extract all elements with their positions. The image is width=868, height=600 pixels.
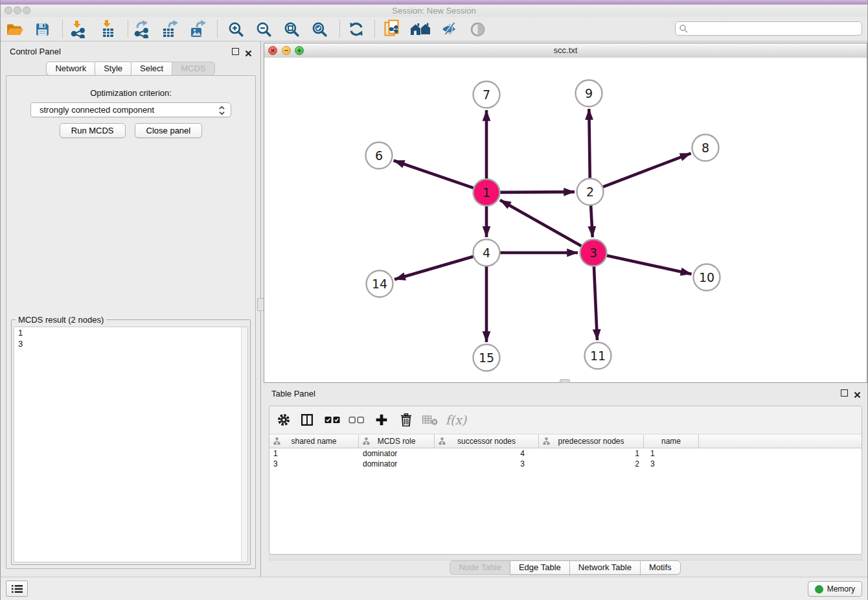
search-input[interactable] [691,23,859,36]
tab-network-table[interactable]: Network Table [569,560,641,575]
column-header-name[interactable]: name [644,435,699,448]
export-table-button[interactable] [160,19,181,40]
table-row[interactable]: 3dominator323 [269,459,862,469]
edge-1-to-6[interactable] [394,161,475,189]
edge-2-to-8[interactable] [601,154,691,188]
node-14[interactable]: 14 [367,271,393,297]
open-file-button[interactable] [5,19,25,40]
network-view-window: scc.txt 7968124314101511 [264,43,867,383]
result-scrollbar[interactable] [241,327,247,562]
zoom-in-icon [227,21,245,38]
birds-eye-icon [470,21,486,38]
application-window: Session: New Session [0,0,868,600]
add-column-button[interactable] [375,413,389,427]
node-7[interactable]: 7 [474,82,500,108]
select-all-button[interactable] [325,415,341,425]
network-canvas[interactable]: 7968124314101511 [264,58,867,382]
edge-1-to-2[interactable] [498,192,575,192]
node-11[interactable]: 11 [585,343,611,369]
import-network-button[interactable] [67,19,88,40]
column-header-shared-name[interactable]: shared name [269,435,359,448]
toolbar-separator [374,20,375,38]
refresh-icon [348,21,365,38]
zoom-fit-button[interactable] [281,19,302,40]
memory-button[interactable]: Memory [808,581,862,597]
table-cell: 2 [539,459,644,469]
network-window-titlebar[interactable]: scc.txt [264,43,867,58]
toolbar-separator [128,20,128,38]
first-neighbors-button[interactable] [410,19,431,40]
plus-icon [375,413,389,427]
show-task-history-button[interactable] [6,581,28,597]
edge-3-to-11[interactable] [594,264,597,340]
column-header-predecessor-nodes[interactable]: predecessor nodes [539,435,644,448]
node-9[interactable]: 9 [576,80,602,107]
edge-3-to-1[interactable] [500,200,583,247]
node-1[interactable]: 1 [474,179,500,206]
zoom-in-button[interactable] [225,19,246,40]
network-title: scc.txt [264,45,867,55]
table-settings-button[interactable] [277,413,291,427]
column-header-successor-nodes[interactable]: successor nodes [435,435,539,448]
tab-network[interactable]: Network [46,62,95,76]
apply-layout-button[interactable] [346,19,367,40]
tab-node-table[interactable]: Node Table [450,560,510,575]
deselect-all-button[interactable] [348,415,365,425]
save-session-button[interactable] [32,19,52,40]
close-table-panel-icon[interactable] [854,389,861,397]
zoom-out-button[interactable] [253,19,274,40]
control-panel-title: Control Panel [10,47,61,56]
open-folder-icon [6,21,24,37]
apply-function-button[interactable]: f(x) [446,413,467,427]
zoom-selected-icon [311,21,328,38]
tab-select[interactable]: Select [131,62,172,76]
column-header-mcds-role[interactable]: MCDS role [359,435,435,448]
edge-4-to-14[interactable] [394,256,475,279]
memory-label: Memory [827,584,855,594]
new-network-from-selection-button[interactable] [382,19,403,40]
mcds-result-area[interactable]: 13 [14,327,248,562]
table-row[interactable]: 1dominator411 [269,448,862,459]
network-resize-handle[interactable] [560,379,570,383]
node-label: 1 [483,185,490,200]
node-8[interactable]: 8 [692,135,719,161]
optimization-criterion-select[interactable]: strongly connected component [30,102,231,117]
node-15[interactable]: 15 [474,345,500,371]
deselect-all-icon [348,415,365,425]
close-panel-button[interactable]: Close panel [135,123,203,138]
node-10[interactable]: 10 [694,264,720,291]
edge-2-to-9[interactable] [589,109,589,180]
tab-mcds[interactable]: MCDS [172,62,214,76]
export-network-button[interactable] [131,19,152,40]
import-table-button[interactable] [97,19,118,40]
run-mcds-button[interactable]: Run MCDS [60,123,126,138]
optimization-criterion-label: Optimization criterion: [6,88,255,98]
edge-2-to-3[interactable] [591,203,593,237]
table-hscroll-strip[interactable] [269,555,862,560]
table-tabs: Node TableEdge TableNetwork TableMotifs [264,560,867,575]
delete-table-button[interactable] [422,414,439,426]
close-panel-icon[interactable] [245,48,252,55]
node-3[interactable]: 3 [580,240,607,266]
delete-columns-button[interactable] [400,413,413,427]
node-4[interactable]: 4 [474,240,500,266]
export-image-button[interactable] [188,19,209,40]
node-6[interactable]: 6 [366,143,393,169]
save-floppy-icon [34,21,51,38]
hide-graphics-details-button[interactable] [439,19,459,40]
tab-style[interactable]: Style [95,62,131,76]
tab-motifs[interactable]: Motifs [640,560,681,575]
show-columns-button[interactable] [301,413,314,427]
edge-3-to-10[interactable] [605,255,692,274]
mcds-result-box: MCDS result (2 nodes) 13 [11,319,251,565]
zoom-selected-button[interactable] [309,19,330,40]
column-header-label: successor nodes [457,437,516,446]
birds-eye-view-button[interactable] [467,19,488,40]
node-2[interactable]: 2 [577,179,604,205]
node-label: 2 [586,185,594,199]
control-panel-tabs: NetworkStyleSelectMCDS [2,62,260,76]
float-panel-icon[interactable] [232,48,239,55]
tab-edge-table[interactable]: Edge Table [510,560,570,575]
float-table-panel-icon[interactable] [841,389,848,397]
hierarchy-icon [543,437,550,445]
